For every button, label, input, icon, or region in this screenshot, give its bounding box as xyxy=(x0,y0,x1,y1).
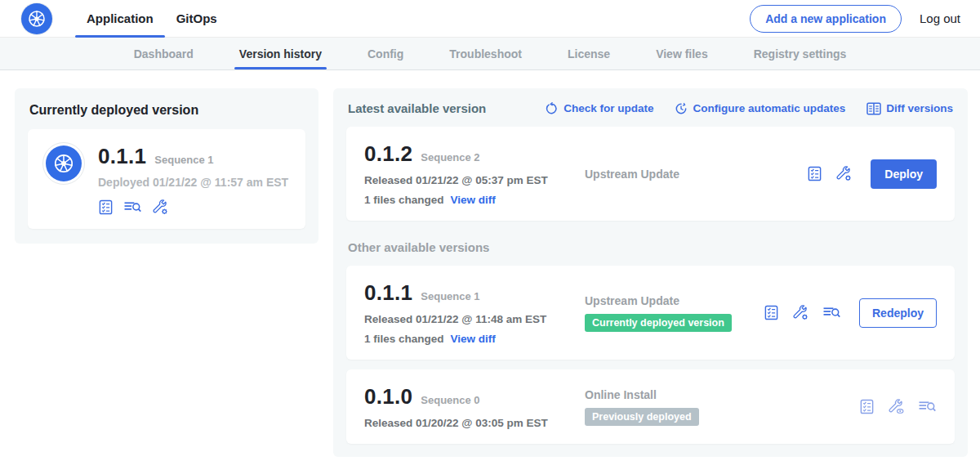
version-card-0-1-2: 0.1.2 Sequence 2 Released 01/21/22 @ 05:… xyxy=(346,127,955,221)
logs-search-icon[interactable] xyxy=(918,399,937,414)
tab-application[interactable]: Application xyxy=(75,0,165,37)
view-diff-link[interactable]: View diff xyxy=(451,333,496,345)
configure-automatic-updates-label: Configure automatic updates xyxy=(693,102,845,114)
currently-deployed-panel: Currently deployed version 0.1.1 Sequenc… xyxy=(15,88,318,244)
currently-deployed-title: Currently deployed version xyxy=(29,103,305,118)
app-subnav: Dashboard Version history Config Trouble… xyxy=(0,38,980,70)
redeploy-button[interactable]: Redeploy xyxy=(859,298,937,328)
preflight-checklist-icon[interactable] xyxy=(764,305,779,320)
tab-license[interactable]: License xyxy=(568,38,610,69)
deploy-button[interactable]: Deploy xyxy=(871,159,937,189)
deployed-sequence: Sequence 1 xyxy=(154,154,213,166)
files-changed-label: 1 files changed xyxy=(364,333,444,345)
released-timestamp: Released 01/21/22 @ 11:48 am EST xyxy=(364,313,575,325)
tab-application-label: Application xyxy=(87,11,154,25)
currently-deployed-card: 0.1.1 Sequence 1 Deployed 01/21/22 @ 11:… xyxy=(28,129,305,229)
latest-actions: Check for update Configure automatic upd… xyxy=(546,102,953,115)
tab-troubleshoot[interactable]: Troubleshoot xyxy=(449,38,522,69)
tab-dashboard[interactable]: Dashboard xyxy=(134,38,194,69)
previously-deployed-badge: Previously deployed xyxy=(585,408,699,426)
view-diff-link[interactable]: View diff xyxy=(451,194,496,206)
latest-available-title: Latest available version xyxy=(348,101,486,115)
check-for-update-label: Check for update xyxy=(564,102,653,114)
released-timestamp: Released 01/21/22 @ 05:37 pm EST xyxy=(364,174,575,186)
version-card-0-1-1: 0.1.1 Sequence 1 Released 01/21/22 @ 11:… xyxy=(346,266,955,360)
preflight-checklist-icon[interactable] xyxy=(859,399,875,414)
source-label: Online Install xyxy=(585,388,859,401)
version-actions: Redeploy xyxy=(764,298,937,328)
logs-search-icon[interactable] xyxy=(123,199,142,215)
header-right: Add a new application Log out xyxy=(750,5,960,33)
tab-view-files[interactable]: View files xyxy=(656,38,708,69)
currently-deployed-badge: Currently deployed version xyxy=(585,314,732,332)
tab-registry-settings[interactable]: Registry settings xyxy=(754,38,847,69)
app-tabs: Application GitOps xyxy=(75,0,229,37)
version-source: Online Install Previously deployed xyxy=(575,388,859,426)
version-sequence: Sequence 1 xyxy=(421,290,479,302)
tab-gitops-label: GitOps xyxy=(176,11,217,25)
diff-split-icon xyxy=(866,102,881,115)
check-for-update-link[interactable]: Check for update xyxy=(546,102,653,115)
version-number: 0.1.2 xyxy=(364,141,412,167)
logs-search-icon[interactable] xyxy=(822,305,841,320)
files-changed-label: 1 files changed xyxy=(364,194,444,206)
tab-gitops[interactable]: GitOps xyxy=(165,0,229,37)
schedule-update-icon xyxy=(675,102,688,115)
add-new-application-button[interactable]: Add a new application xyxy=(750,5,902,33)
kubernetes-logo-icon xyxy=(46,145,82,181)
main-content: Currently deployed version 0.1.1 Sequenc… xyxy=(0,70,980,457)
preflight-checklist-icon[interactable] xyxy=(807,166,822,181)
configure-automatic-updates-link[interactable]: Configure automatic updates xyxy=(675,102,845,115)
version-number: 0.1.0 xyxy=(364,384,412,410)
deployed-version-number: 0.1.1 xyxy=(98,144,146,169)
kubernetes-logo-icon[interactable] xyxy=(21,3,52,34)
top-header: Application GitOps Add a new application… xyxy=(0,0,980,38)
version-actions xyxy=(859,398,937,415)
version-info: 0.1.2 Sequence 2 Released 01/21/22 @ 05:… xyxy=(364,141,575,206)
config-wrench-gear-icon[interactable] xyxy=(835,165,853,182)
version-info: 0.1.1 Sequence 1 Released 01/21/22 @ 11:… xyxy=(364,280,575,345)
version-sequence: Sequence 0 xyxy=(421,394,479,406)
version-info: 0.1.0 Sequence 0 Released 01/20/22 @ 03:… xyxy=(364,384,575,429)
deployed-info: 0.1.1 Sequence 1 Deployed 01/21/22 @ 11:… xyxy=(98,142,288,216)
other-available-versions-title: Other available versions xyxy=(348,240,953,254)
tab-version-history[interactable]: Version history xyxy=(239,38,322,69)
source-label: Upstream Update xyxy=(585,168,807,181)
version-actions: Deploy xyxy=(807,159,937,189)
released-timestamp: Released 01/20/22 @ 03:05 pm EST xyxy=(364,417,575,429)
config-wrench-gear-icon[interactable] xyxy=(152,199,169,216)
view-wrench-eye-icon[interactable] xyxy=(888,398,905,415)
deployed-action-icons xyxy=(98,199,288,216)
config-wrench-gear-icon[interactable] xyxy=(792,304,809,321)
refresh-circle-icon xyxy=(546,102,559,115)
preflight-checklist-icon[interactable] xyxy=(98,199,114,215)
diff-versions-label: Diff versions xyxy=(886,102,953,114)
version-sequence: Sequence 2 xyxy=(421,151,479,163)
version-number: 0.1.1 xyxy=(364,280,412,306)
source-label: Upstream Update xyxy=(585,294,764,307)
latest-header: Latest available version Check for updat… xyxy=(348,101,953,115)
version-source: Upstream Update xyxy=(575,168,807,181)
version-card-0-1-0: 0.1.0 Sequence 0 Released 01/20/22 @ 03:… xyxy=(346,369,955,444)
logout-button[interactable]: Log out xyxy=(920,11,960,25)
diff-versions-link[interactable]: Diff versions xyxy=(866,102,953,115)
app-logo-ring xyxy=(42,142,85,185)
version-history-panel: Latest available version Check for updat… xyxy=(333,88,968,457)
deployed-timestamp: Deployed 01/21/22 @ 11:57 am EST xyxy=(98,176,288,189)
version-source: Upstream Update Currently deployed versi… xyxy=(575,294,764,332)
tab-config[interactable]: Config xyxy=(368,38,403,69)
